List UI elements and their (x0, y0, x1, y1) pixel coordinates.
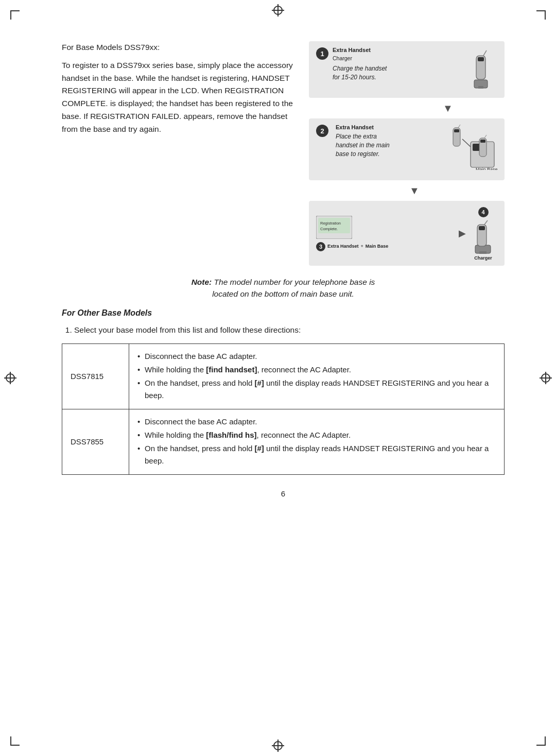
other-models-section: For Other Base Models Select your base m… (62, 308, 505, 475)
left-text-block: For Base Models DSS79xx: To register to … (62, 41, 293, 266)
svg-text:Complete.: Complete. (320, 227, 338, 231)
step1-illustration (464, 46, 497, 93)
main-base-label-3: Main Base (366, 244, 389, 249)
direction-text-1: Select your base model from this list an… (74, 325, 301, 334)
step1-italic: Charge the handsetfor 15-20 hours. (333, 64, 460, 82)
instruction-2b: While holding the [flash/find hs], recon… (137, 429, 496, 441)
svg-line-23 (484, 220, 488, 225)
diagram-step-3-4: Registration Complete. 3 Extra Handset +… (309, 201, 505, 266)
models-table: DSS7815 Disconnect the base AC adapter. … (62, 343, 505, 475)
other-models-heading: For Other Base Models (62, 308, 505, 318)
instructions-list-dss7815: Disconnect the base AC adapter. While ho… (137, 350, 496, 402)
svg-line-13 (484, 135, 486, 138)
plus-label: + (361, 244, 363, 249)
intro-paragraph: To register to a DSS79xx series base, si… (62, 59, 293, 136)
direction-item-1: Select your base model from this list an… (74, 324, 505, 336)
lcd-screen-svg: Registration Complete. (316, 216, 352, 239)
step4-phone-svg (469, 219, 497, 255)
svg-rect-20 (479, 251, 486, 254)
step2-phone-svg: Main Base (451, 124, 497, 170)
corner-mark-bl (10, 736, 20, 746)
extra-handset-label-2: Extra Handset (336, 124, 374, 130)
svg-rect-12 (480, 140, 485, 143)
instruction-1c: On the handset, press and hold [#] until… (137, 377, 496, 402)
corner-mark-br (536, 736, 546, 746)
extra-handset-label-1: Extra Handset (333, 47, 371, 53)
charger-label-4: Charger (474, 255, 492, 261)
page: For Base Models DSS79xx: To register to … (0, 0, 556, 756)
instruction-1b: While holding the [find handset], reconn… (137, 364, 496, 376)
crosshair-right (540, 372, 552, 384)
model-instructions-dss7815: Disconnect the base AC adapter. While ho… (129, 343, 505, 409)
crosshair-bottom (272, 740, 284, 752)
step-num-3: 3 (316, 242, 325, 251)
svg-rect-22 (479, 226, 485, 230)
svg-rect-7 (454, 129, 459, 132)
table-row-dss7855: DSS7855 Disconnect the base AC adapter. … (62, 409, 505, 474)
arrow-right: ▶ (459, 228, 466, 239)
crosshair-left (4, 372, 16, 384)
extra-handset-label-3: Extra Handset (327, 244, 359, 249)
diagram-step-1: 1 Extra Handset Charger Charge the hands… (309, 41, 505, 98)
step-num-4: 4 (478, 207, 489, 217)
diagram-step-2: 2 Extra Handset Place the extrahandset i… (309, 118, 505, 180)
step2-illustration: Main Base (451, 124, 497, 170)
note-section: Note: The model number for your telephon… (62, 276, 505, 300)
instructions-list-dss7855: Disconnect the base AC adapter. While ho… (137, 416, 496, 467)
note-text: Note: The model number for your telephon… (192, 278, 375, 298)
instruction-2a: Disconnect the base AC adapter. (137, 416, 496, 428)
table-row-dss7815: DSS7815 Disconnect the base AC adapter. … (62, 343, 505, 409)
arrow-down-1: ▼ (309, 103, 505, 113)
for-base-models-title: For Base Models DSS79xx: (62, 41, 293, 54)
arrow-down-2: ▼ (309, 185, 505, 196)
step-num-1: 1 (316, 47, 328, 60)
step-num-2: 2 (316, 125, 328, 137)
model-name-dss7855: DSS7855 (62, 409, 129, 474)
svg-rect-1 (478, 86, 483, 89)
corner-mark-tr (536, 10, 546, 20)
instruction-2c: On the handset, press and hold [#] until… (137, 442, 496, 467)
charger-label-1: Charger (333, 55, 352, 61)
svg-text:Main Base: Main Base (476, 167, 497, 170)
svg-line-4 (483, 50, 486, 56)
page-number: 6 (62, 489, 505, 498)
svg-line-5 (462, 139, 471, 147)
model-name-dss7815: DSS7815 (62, 343, 129, 409)
svg-text:Registration: Registration (320, 221, 341, 226)
crosshair-top (272, 4, 284, 16)
top-section: For Base Models DSS79xx: To register to … (62, 41, 505, 266)
step1-phone-svg (464, 48, 497, 92)
right-diagram: 1 Extra Handset Charger Charge the hands… (309, 41, 505, 266)
instruction-1a: Disconnect the base AC adapter. (137, 350, 496, 363)
directions-list: Select your base model from this list an… (74, 324, 505, 336)
corner-mark-tl (10, 10, 20, 20)
model-instructions-dss7855: Disconnect the base AC adapter. While ho… (129, 409, 505, 474)
page-content: For Base Models DSS79xx: To register to … (31, 31, 525, 508)
svg-line-8 (458, 125, 460, 128)
svg-rect-3 (478, 57, 484, 61)
step2-italic: Place the extrahandset in the mainbase t… (336, 132, 446, 158)
